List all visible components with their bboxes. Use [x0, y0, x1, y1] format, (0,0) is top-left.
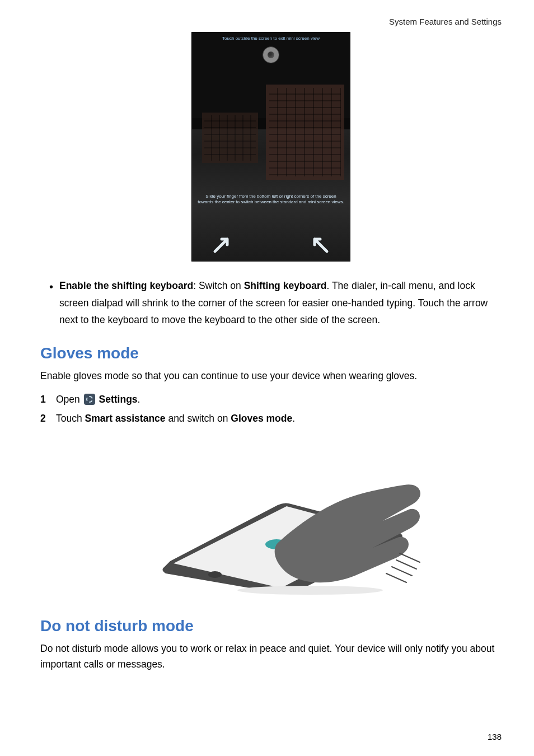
- svg-point-1: [237, 586, 383, 595]
- building-graphic-2: [202, 113, 258, 163]
- shifting-keyboard-bullet: Enable the shifting keyboard: Switch on …: [49, 277, 502, 329]
- dnd-intro: Do not disturb mode allows you to work o…: [40, 641, 502, 672]
- dnd-heading: Do not disturb mode: [40, 617, 502, 635]
- svg-line-6: [392, 567, 412, 576]
- step1-period: .: [138, 394, 140, 405]
- mini-screen-figure: Touch outside the screen to exit mini sc…: [40, 32, 502, 262]
- gloves-mode-heading: Gloves mode: [40, 344, 502, 362]
- bullet-bold-2: Shifting keyboard: [244, 280, 327, 291]
- bullet-text-1: : Switch on: [193, 280, 243, 291]
- step1-open: Open: [56, 394, 83, 405]
- phone-overlay-text: Slide your finger from the bottom left o…: [198, 194, 344, 206]
- step2-b2: Gloves mode: [231, 413, 292, 424]
- building-graphic: [266, 85, 344, 180]
- bullet-bold-1: Enable the shifting keyboard: [59, 280, 193, 291]
- arrow-up-left-icon: [308, 232, 333, 256]
- camera-icon: [263, 46, 279, 63]
- phone-screenshot: Touch outside the screen to exit mini sc…: [191, 32, 350, 262]
- glove-device-svg: [120, 449, 422, 595]
- gloves-illustration: [40, 449, 502, 595]
- header-section: System Features and Settings: [40, 17, 502, 26]
- svg-line-7: [386, 573, 406, 582]
- step2-t3: .: [292, 413, 295, 424]
- svg-line-5: [396, 560, 416, 569]
- gloves-mode-intro: Enable gloves mode so that you can conti…: [40, 368, 502, 384]
- svg-line-4: [400, 553, 420, 562]
- step2-t1: Touch: [56, 413, 85, 424]
- arrow-up-right-icon: [209, 232, 233, 256]
- step-1: Open Settings.: [40, 391, 502, 408]
- step-2: Touch Smart assistance and switch on Glo…: [40, 410, 502, 427]
- step2-b1: Smart assistance: [85, 413, 166, 424]
- settings-icon: [84, 394, 95, 405]
- phone-top-text: Touch outside the screen to exit mini sc…: [222, 36, 320, 41]
- svg-point-2: [208, 571, 222, 578]
- step2-t2: and switch on: [166, 413, 231, 424]
- step1-settings-label: Settings: [99, 394, 138, 405]
- page-number: 138: [488, 732, 502, 741]
